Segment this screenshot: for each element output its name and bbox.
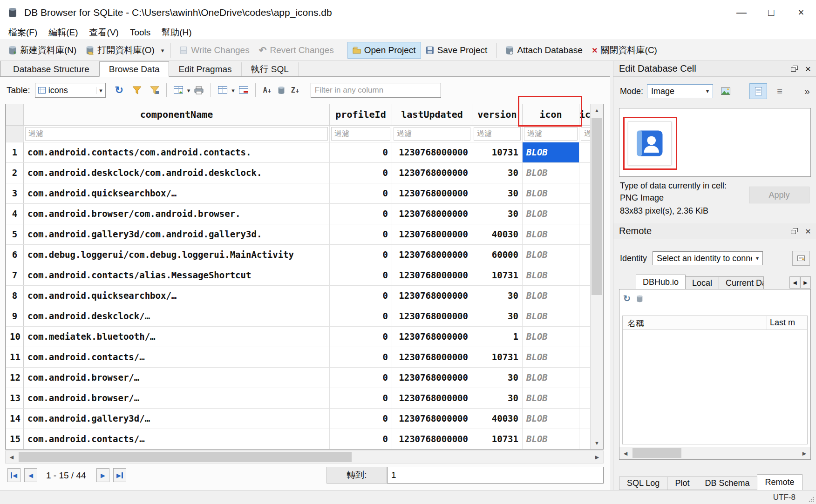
filter-icon-input[interactable] (524, 127, 578, 141)
more-tools-chevron-icon[interactable]: » (804, 86, 810, 97)
cell-lastupdated[interactable]: 1230768000000 (392, 306, 472, 326)
cell-overflow[interactable] (579, 347, 592, 367)
remote-tab-dbhub[interactable]: DBHub.io (636, 275, 686, 289)
remote-name-header[interactable]: 名稱 (623, 316, 767, 329)
cell-overflow[interactable] (579, 142, 592, 162)
row-number[interactable]: 9 (6, 306, 24, 326)
cell-profileid[interactable]: 0 (330, 162, 392, 183)
cell-profileid[interactable]: 0 (330, 388, 392, 408)
cell-lastupdated[interactable]: 1230768000000 (392, 162, 472, 183)
filter-lastupdated-input[interactable] (394, 127, 470, 141)
grid-horizontal-scrollbar[interactable]: ◀ ▶ (5, 450, 604, 464)
vertical-scroll-thumb[interactable] (592, 118, 602, 295)
cell-version[interactable]: 10731 (472, 265, 523, 285)
row-number[interactable]: 2 (6, 162, 24, 183)
cell-overflow[interactable] (579, 183, 592, 203)
cell-icon[interactable]: BLOB (523, 265, 579, 285)
mode-select[interactable]: Image ▾ (647, 84, 713, 98)
cell-version[interactable]: 30 (472, 162, 523, 183)
cell-overflow[interactable] (579, 388, 592, 408)
cell-icon[interactable]: BLOB (523, 326, 579, 347)
insert-record-button[interactable] (216, 83, 230, 97)
cell-version[interactable]: 30 (472, 306, 523, 326)
cell-profileid[interactable]: 0 (330, 408, 392, 429)
identity-select[interactable]: Select an identity to conne ▾ (653, 251, 763, 265)
column-header-lastupdated[interactable]: lastUpdated (392, 104, 472, 125)
filter-any-column-input[interactable] (311, 83, 441, 98)
cell-icon[interactable]: BLOB (523, 224, 579, 244)
cell-componentname[interactable]: com.android.contacts/… (24, 347, 330, 367)
cell-icon[interactable]: BLOB (523, 347, 579, 367)
remote-tab-local[interactable]: Local (686, 276, 719, 289)
cell-version[interactable]: 60000 (472, 244, 523, 265)
row-number[interactable]: 12 (6, 367, 24, 388)
filter-profileid-input[interactable] (331, 127, 390, 141)
cell-componentname[interactable]: com.android.browser/… (24, 388, 330, 408)
row-number[interactable]: 14 (6, 408, 24, 429)
cell-overflow[interactable] (579, 367, 592, 388)
table-select[interactable]: icons ▾ (35, 83, 106, 98)
open-database-dropdown-caret-icon[interactable]: ▾ (159, 44, 166, 57)
dock-tab-db-schema[interactable]: DB Schema (697, 477, 757, 490)
refresh-button[interactable]: ↻ (112, 83, 126, 97)
cell-profileid[interactable]: 0 (330, 306, 392, 326)
cell-icon[interactable]: BLOB (523, 203, 579, 224)
cell-version[interactable]: 30 (472, 388, 523, 408)
cell-lastupdated[interactable]: 1230768000000 (392, 285, 472, 306)
cell-profileid[interactable]: 0 (330, 265, 392, 285)
cell-profileid[interactable]: 0 (330, 326, 392, 347)
cell-componentname[interactable]: com.android.contacts/alias.MessageShortc… (24, 265, 330, 285)
cell-profileid[interactable]: 0 (330, 367, 392, 388)
first-page-button[interactable]: ◀ (7, 468, 20, 482)
new-database-button[interactable]: + 新建資料庫(N) (4, 41, 81, 59)
cell-profileid[interactable]: 0 (330, 183, 392, 203)
apply-button[interactable]: Apply (749, 187, 809, 203)
cell-componentname[interactable]: com.android.gallery3d/… (24, 408, 330, 429)
cell-componentname[interactable]: com.mediatek.bluetooth/… (24, 326, 330, 347)
scroll-left-icon[interactable]: ◀ (6, 451, 18, 463)
menu-tools[interactable]: Tools (124, 27, 156, 38)
cell-overflow[interactable] (579, 326, 592, 347)
new-record-caret-icon[interactable]: ▾ (185, 84, 192, 97)
attach-database-button[interactable]: Attach Database (501, 42, 587, 58)
sort-descending-button[interactable]: Z↓ (288, 83, 302, 97)
row-number[interactable]: 13 (6, 388, 24, 408)
tab-edit-pragmas[interactable]: Edit Pragmas (169, 62, 241, 76)
cell-profileid[interactable]: 0 (330, 244, 392, 265)
tab-scroll-left-icon[interactable]: ◀ (789, 276, 800, 289)
cell-componentname[interactable]: com.debug.loggerui/com.debug.loggerui.Ma… (24, 244, 330, 265)
cell-componentname[interactable]: com.android.contacts/… (24, 429, 330, 449)
cell-version[interactable]: 30 (472, 285, 523, 306)
resize-grip-icon[interactable] (809, 497, 814, 502)
remote-horizontal-scrollbar[interactable]: ◀ ▶ (619, 447, 810, 459)
remote-scroll-left-icon[interactable]: ◀ (619, 447, 632, 459)
cell-componentname[interactable]: com.android.contacts/com.android.contact… (24, 142, 330, 162)
cell-icon[interactable]: BLOB (523, 244, 579, 265)
cell-icon[interactable]: BLOB (523, 306, 579, 326)
cell-icon[interactable]: BLOB (523, 408, 579, 429)
horizontal-scroll-thumb[interactable] (19, 452, 352, 462)
cell-version[interactable]: 10731 (472, 347, 523, 367)
cell-lastupdated[interactable]: 1230768000000 (392, 367, 472, 388)
cell-lastupdated[interactable]: 1230768000000 (392, 326, 472, 347)
cell-version[interactable]: 40030 (472, 408, 523, 429)
float-panel-icon[interactable] (791, 228, 798, 234)
cell-profileid[interactable]: 0 (330, 224, 392, 244)
cell-icon[interactable]: BLOB (523, 429, 579, 449)
minimize-button[interactable]: — (727, 0, 756, 25)
cell-version[interactable]: 10731 (472, 142, 523, 162)
menu-help[interactable]: 幫助(H) (156, 27, 197, 39)
cell-lastupdated[interactable]: 1230768000000 (392, 347, 472, 367)
save-project-button[interactable]: Save Project (421, 42, 492, 58)
cell-icon[interactable]: BLOB (523, 183, 579, 203)
dock-tab-plot[interactable]: Plot (667, 477, 697, 490)
dock-tab-sql-log[interactable]: SQL Log (619, 477, 667, 490)
row-number[interactable]: 1 (6, 142, 24, 162)
tab-execute-sql[interactable]: 執行 SQL (242, 62, 299, 76)
previous-page-button[interactable]: ◀ (24, 468, 37, 482)
menu-edit[interactable]: 編輯(E) (43, 27, 83, 39)
cell-lastupdated[interactable]: 1230768000000 (392, 429, 472, 449)
cell-icon[interactable]: BLOB (523, 388, 579, 408)
encoding-indicator[interactable]: UTF-8 (773, 493, 796, 502)
remote-scroll-right-icon[interactable]: ▶ (798, 447, 810, 459)
